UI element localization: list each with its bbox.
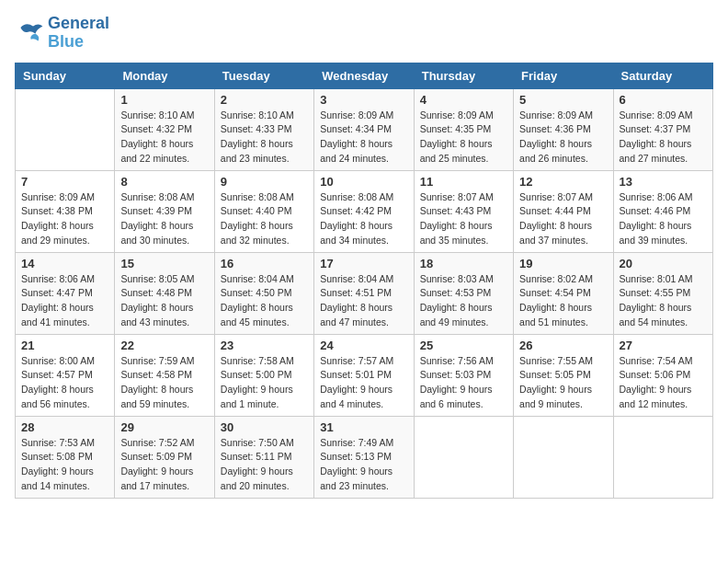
daylight-hours: Daylight: 9 hours bbox=[221, 465, 308, 479]
calendar-cell: 10Sunrise: 8:08 AMSunset: 4:42 PMDayligh… bbox=[314, 170, 414, 252]
day-info: Sunrise: 8:06 AMSunset: 4:47 PMDaylight:… bbox=[21, 272, 108, 330]
day-number: 4 bbox=[420, 93, 507, 107]
day-number: 18 bbox=[420, 257, 507, 270]
day-number: 9 bbox=[221, 175, 308, 189]
day-number: 14 bbox=[21, 257, 108, 270]
day-info: Sunrise: 7:56 AMSunset: 5:03 PMDaylight:… bbox=[420, 354, 507, 412]
sunset-time: Sunset: 4:54 PM bbox=[519, 286, 607, 301]
column-header-wednesday: Wednesday bbox=[314, 63, 414, 88]
day-info: Sunrise: 8:07 AMSunset: 4:43 PMDaylight:… bbox=[420, 190, 507, 248]
daylight-minutes: and 29 minutes. bbox=[21, 234, 108, 248]
day-info: Sunrise: 7:59 AMSunset: 4:58 PMDaylight:… bbox=[120, 354, 208, 412]
calendar-cell: 15Sunrise: 8:05 AMSunset: 4:48 PMDayligh… bbox=[115, 252, 214, 334]
daylight-hours: Daylight: 9 hours bbox=[221, 383, 308, 397]
daylight-minutes: and 9 minutes. bbox=[519, 397, 607, 412]
calendar-week-5: 28Sunrise: 7:53 AMSunset: 5:08 PMDayligh… bbox=[16, 416, 713, 498]
daylight-hours: Daylight: 8 hours bbox=[120, 301, 208, 316]
day-info: Sunrise: 7:53 AMSunset: 5:08 PMDaylight:… bbox=[21, 436, 108, 494]
calendar-cell: 3Sunrise: 8:09 AMSunset: 4:34 PMDaylight… bbox=[314, 88, 414, 170]
calendar-cell: 24Sunrise: 7:57 AMSunset: 5:01 PMDayligh… bbox=[314, 334, 414, 416]
daylight-minutes: and 1 minute. bbox=[221, 397, 308, 412]
day-number: 29 bbox=[120, 420, 208, 434]
sunset-time: Sunset: 5:11 PM bbox=[221, 450, 308, 465]
sunset-time: Sunset: 4:46 PM bbox=[620, 204, 707, 219]
day-number: 19 bbox=[519, 257, 607, 270]
calendar-cell: 27Sunrise: 7:54 AMSunset: 5:06 PMDayligh… bbox=[613, 334, 712, 416]
day-info: Sunrise: 8:02 AMSunset: 4:54 PMDaylight:… bbox=[519, 272, 607, 330]
daylight-hours: Daylight: 8 hours bbox=[620, 301, 707, 316]
daylight-hours: Daylight: 8 hours bbox=[620, 219, 707, 234]
day-info: Sunrise: 8:10 AMSunset: 4:33 PMDaylight:… bbox=[221, 109, 308, 167]
day-number: 27 bbox=[620, 339, 707, 352]
daylight-minutes: and 6 minutes. bbox=[420, 397, 507, 412]
sunrise-time: Sunrise: 8:07 AM bbox=[519, 190, 607, 205]
calendar-cell: 4Sunrise: 8:09 AMSunset: 4:35 PMDaylight… bbox=[414, 88, 513, 170]
day-number: 12 bbox=[519, 175, 607, 189]
day-info: Sunrise: 7:57 AMSunset: 5:01 PMDaylight:… bbox=[320, 354, 407, 412]
sunset-time: Sunset: 4:55 PM bbox=[620, 286, 707, 301]
daylight-hours: Daylight: 8 hours bbox=[120, 137, 208, 152]
day-info: Sunrise: 8:08 AMSunset: 4:42 PMDaylight:… bbox=[320, 190, 407, 248]
sunrise-time: Sunrise: 7:53 AM bbox=[21, 436, 108, 451]
sunrise-time: Sunrise: 8:10 AM bbox=[221, 109, 308, 123]
calendar-cell: 25Sunrise: 7:56 AMSunset: 5:03 PMDayligh… bbox=[414, 334, 513, 416]
sunrise-time: Sunrise: 7:56 AM bbox=[420, 354, 507, 369]
day-info: Sunrise: 8:08 AMSunset: 4:39 PMDaylight:… bbox=[120, 190, 208, 248]
day-info: Sunrise: 8:00 AMSunset: 4:57 PMDaylight:… bbox=[21, 354, 108, 412]
sunrise-time: Sunrise: 7:58 AM bbox=[221, 354, 308, 369]
day-info: Sunrise: 8:04 AMSunset: 4:51 PMDaylight:… bbox=[320, 272, 407, 330]
sunset-time: Sunset: 4:33 PM bbox=[221, 122, 308, 137]
column-header-thursday: Thursday bbox=[414, 63, 513, 88]
day-number: 10 bbox=[320, 175, 407, 189]
day-info: Sunrise: 8:09 AMSunset: 4:37 PMDaylight:… bbox=[620, 109, 707, 167]
sunrise-time: Sunrise: 8:08 AM bbox=[120, 190, 208, 205]
day-info: Sunrise: 8:10 AMSunset: 4:32 PMDaylight:… bbox=[120, 109, 208, 167]
day-info: Sunrise: 8:09 AMSunset: 4:38 PMDaylight:… bbox=[21, 190, 108, 248]
calendar-cell: 20Sunrise: 8:01 AMSunset: 4:55 PMDayligh… bbox=[613, 252, 712, 334]
day-info: Sunrise: 8:07 AMSunset: 4:44 PMDaylight:… bbox=[519, 190, 607, 248]
daylight-minutes: and 45 minutes. bbox=[221, 316, 308, 330]
sunset-time: Sunset: 4:32 PM bbox=[120, 122, 208, 137]
daylight-hours: Daylight: 8 hours bbox=[519, 137, 607, 152]
sunrise-time: Sunrise: 8:08 AM bbox=[221, 190, 308, 205]
daylight-hours: Daylight: 9 hours bbox=[620, 383, 707, 397]
sunset-time: Sunset: 5:08 PM bbox=[21, 450, 108, 465]
sunset-time: Sunset: 4:47 PM bbox=[21, 286, 108, 301]
daylight-hours: Daylight: 8 hours bbox=[21, 301, 108, 316]
day-number: 8 bbox=[120, 175, 208, 189]
daylight-minutes: and 30 minutes. bbox=[120, 234, 208, 248]
sunrise-time: Sunrise: 8:08 AM bbox=[320, 190, 407, 205]
daylight-hours: Daylight: 8 hours bbox=[320, 137, 407, 152]
calendar-cell: 31Sunrise: 7:49 AMSunset: 5:13 PMDayligh… bbox=[314, 416, 414, 498]
daylight-minutes: and 4 minutes. bbox=[320, 397, 407, 412]
day-info: Sunrise: 7:55 AMSunset: 5:05 PMDaylight:… bbox=[519, 354, 607, 412]
calendar-cell: 29Sunrise: 7:52 AMSunset: 5:09 PMDayligh… bbox=[115, 416, 214, 498]
logo-text: General Blue bbox=[48, 15, 109, 52]
calendar-week-1: 1Sunrise: 8:10 AMSunset: 4:32 PMDaylight… bbox=[16, 88, 713, 170]
daylight-minutes: and 14 minutes. bbox=[21, 479, 108, 494]
daylight-minutes: and 56 minutes. bbox=[21, 397, 108, 412]
sunrise-time: Sunrise: 8:05 AM bbox=[120, 272, 208, 287]
day-number: 31 bbox=[320, 420, 407, 434]
day-number: 1 bbox=[120, 93, 208, 107]
sunset-time: Sunset: 4:36 PM bbox=[519, 122, 607, 137]
sunset-time: Sunset: 4:50 PM bbox=[221, 286, 308, 301]
day-number: 7 bbox=[21, 175, 108, 189]
day-info: Sunrise: 8:04 AMSunset: 4:50 PMDaylight:… bbox=[221, 272, 308, 330]
sunset-time: Sunset: 4:38 PM bbox=[21, 204, 108, 219]
daylight-hours: Daylight: 8 hours bbox=[620, 137, 707, 152]
calendar-week-2: 7Sunrise: 8:09 AMSunset: 4:38 PMDaylight… bbox=[16, 170, 713, 252]
daylight-minutes: and 23 minutes. bbox=[320, 479, 407, 494]
daylight-hours: Daylight: 9 hours bbox=[420, 383, 507, 397]
day-info: Sunrise: 7:49 AMSunset: 5:13 PMDaylight:… bbox=[320, 436, 407, 494]
calendar-cell: 8Sunrise: 8:08 AMSunset: 4:39 PMDaylight… bbox=[115, 170, 214, 252]
calendar-cell: 18Sunrise: 8:03 AMSunset: 4:53 PMDayligh… bbox=[414, 252, 513, 334]
daylight-minutes: and 39 minutes. bbox=[620, 234, 707, 248]
daylight-hours: Daylight: 8 hours bbox=[320, 219, 407, 234]
day-number: 25 bbox=[420, 339, 507, 352]
sunrise-time: Sunrise: 8:04 AM bbox=[221, 272, 308, 287]
calendar-cell: 22Sunrise: 7:59 AMSunset: 4:58 PMDayligh… bbox=[115, 334, 214, 416]
column-header-sunday: Sunday bbox=[16, 63, 115, 88]
daylight-minutes: and 22 minutes. bbox=[120, 152, 208, 167]
calendar-cell: 12Sunrise: 8:07 AMSunset: 4:44 PMDayligh… bbox=[514, 170, 613, 252]
